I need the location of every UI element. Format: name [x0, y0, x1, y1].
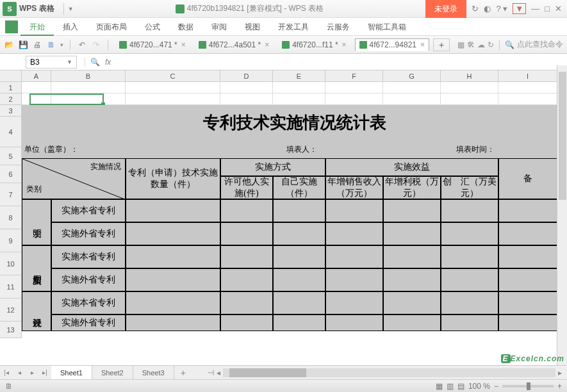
doc-tab-3[interactable]: 4f6720...f11 *×	[277, 38, 350, 51]
data-cell[interactable]	[498, 314, 557, 331]
cell[interactable]	[325, 94, 383, 105]
data-cell[interactable]	[383, 268, 441, 291]
menu-view[interactable]: 视图	[236, 18, 269, 36]
data-cell[interactable]	[126, 222, 220, 245]
add-sheet-button[interactable]: +	[174, 368, 192, 378]
cell[interactable]	[51, 82, 126, 94]
row-header-2[interactable]: 2	[0, 94, 22, 105]
col-header-F[interactable]: F	[325, 70, 383, 82]
zoom-out-button[interactable]: −	[494, 382, 498, 391]
menu-logo-icon[interactable]	[5, 20, 18, 33]
col-header-B[interactable]: B	[51, 70, 126, 82]
data-cell[interactable]	[126, 199, 220, 222]
data-cell[interactable]	[220, 199, 273, 222]
undo-icon[interactable]: ↶	[77, 40, 87, 50]
data-cell[interactable]	[220, 291, 273, 314]
data-cell[interactable]	[383, 222, 441, 245]
data-cell[interactable]	[273, 314, 325, 331]
open-icon[interactable]: 📂	[4, 40, 14, 50]
cell[interactable]	[498, 82, 557, 94]
menu-smart[interactable]: 智能工具箱	[359, 18, 415, 36]
row-header-1[interactable]: 1	[0, 82, 22, 94]
zoom-in-button[interactable]: +	[557, 382, 562, 391]
menu-layout[interactable]: 页面布局	[87, 18, 136, 36]
cell[interactable]	[498, 94, 557, 105]
doc-tab-1[interactable]: 4f6720...471 *×	[115, 38, 190, 51]
data-cell[interactable]	[441, 268, 498, 291]
menu-review[interactable]: 审阅	[202, 18, 236, 36]
data-cell[interactable]	[441, 222, 498, 245]
menu-dev[interactable]: 开发工具	[269, 18, 318, 36]
menu-insert[interactable]: 插入	[54, 18, 87, 36]
row-header-12[interactable]: 12	[0, 298, 22, 322]
tool-grid-icon[interactable]: ▦	[457, 40, 464, 49]
data-cell[interactable]	[441, 291, 498, 314]
data-cell[interactable]	[325, 314, 383, 331]
menu-cloud[interactable]: 云服务	[318, 18, 359, 36]
cell[interactable]	[126, 82, 220, 94]
data-cell[interactable]	[126, 291, 220, 314]
maximize-icon[interactable]: □	[545, 4, 550, 13]
col-header-H[interactable]: H	[441, 70, 498, 82]
menu-formula[interactable]: 公式	[136, 18, 169, 36]
col-header-A[interactable]: A	[22, 70, 51, 82]
row-header-8[interactable]: 8	[0, 206, 22, 229]
data-cell[interactable]	[273, 245, 325, 268]
cell[interactable]	[383, 94, 441, 105]
tool-refresh-icon[interactable]: ↻	[488, 40, 494, 49]
sheet-tab-2[interactable]: Sheet2	[92, 366, 133, 380]
row-header-11[interactable]: 11	[0, 275, 22, 298]
data-cell[interactable]	[325, 222, 383, 245]
sheet-nav-next[interactable]: ▸	[26, 369, 38, 376]
tab-close-icon[interactable]: ×	[265, 40, 269, 49]
fx-search-icon[interactable]: 🔍	[90, 58, 100, 67]
cell[interactable]	[273, 82, 325, 94]
data-cell[interactable]	[325, 291, 383, 314]
data-cell[interactable]	[325, 199, 383, 222]
tool-calc-icon[interactable]: 🛠	[467, 40, 475, 49]
tab-close-icon[interactable]: ×	[420, 40, 425, 49]
more-icon[interactable]: ▾	[60, 42, 63, 48]
data-cell[interactable]	[126, 268, 220, 291]
data-cell[interactable]	[498, 222, 557, 245]
cell[interactable]	[441, 94, 498, 105]
cell[interactable]	[51, 94, 126, 105]
data-cell[interactable]	[126, 245, 220, 268]
fx-label[interactable]: fx	[105, 58, 111, 67]
minimize-icon[interactable]: —	[531, 4, 539, 13]
search-hint-text[interactable]: 点此查找命令	[517, 39, 563, 50]
row-header-6[interactable]: 6	[0, 165, 22, 183]
chevron-down-icon[interactable]: ▼	[67, 59, 72, 65]
data-cell[interactable]	[273, 268, 325, 291]
cell[interactable]	[383, 82, 441, 94]
view-break-icon[interactable]: ▤	[457, 382, 464, 391]
data-cell[interactable]	[220, 245, 273, 268]
status-doc-icon[interactable]: 🗎	[5, 382, 13, 391]
view-page-icon[interactable]: ▥	[447, 382, 454, 391]
dropdown-icon[interactable]: ▼	[68, 6, 74, 12]
data-cell[interactable]	[273, 199, 325, 222]
data-cell[interactable]	[441, 314, 498, 331]
cell[interactable]	[22, 94, 51, 105]
zoom-value[interactable]: 100 %	[468, 382, 490, 391]
data-cell[interactable]	[383, 199, 441, 222]
col-header-E[interactable]: E	[273, 70, 325, 82]
pin-icon[interactable]: ▼	[513, 3, 526, 14]
sheet-tab-3[interactable]: Sheet3	[133, 366, 174, 380]
data-cell[interactable]	[273, 291, 325, 314]
data-cell[interactable]	[220, 268, 273, 291]
cell[interactable]	[22, 82, 51, 94]
sheet-tab-1[interactable]: Sheet1	[51, 366, 92, 380]
sheet-nav-prev[interactable]: ◂	[13, 369, 26, 376]
row-header-7[interactable]: 7	[0, 183, 22, 206]
tool-cloud-icon[interactable]: ☁	[477, 40, 485, 49]
data-cell[interactable]	[220, 222, 273, 245]
save-icon[interactable]: 💾	[18, 40, 28, 50]
formula-input[interactable]	[116, 56, 567, 69]
doc-tab-2[interactable]: 4f672...4a501 *×	[194, 38, 274, 51]
vertical-scrollbar[interactable]	[557, 65, 567, 365]
data-cell[interactable]	[383, 314, 441, 331]
data-cell[interactable]	[383, 245, 441, 268]
skin-icon[interactable]: ◐	[484, 4, 491, 13]
cell[interactable]	[220, 94, 273, 105]
